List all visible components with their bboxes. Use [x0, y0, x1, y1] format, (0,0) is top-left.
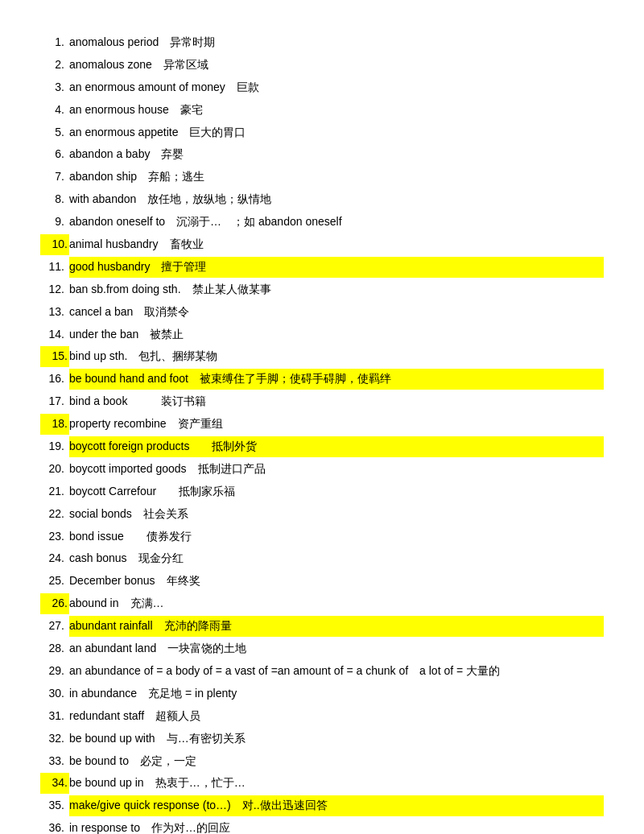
item-number: 9.	[40, 212, 69, 233]
item-number: 21.	[40, 481, 69, 502]
list-item: 16.be bound hand and foot 被束缚住了手脚；使碍手碍脚，…	[40, 369, 604, 390]
list-item: 13.cancel a ban 取消禁令	[40, 302, 604, 323]
item-content: in response to 作为对…的回应	[69, 818, 604, 834]
item-number: 28.	[40, 638, 69, 659]
item-number: 5.	[40, 122, 69, 143]
item-number: 4.	[40, 100, 69, 121]
list-item: 26.abound in 充满…	[40, 593, 604, 614]
list-item: 32.be bound up with 与…有密切关系	[40, 729, 604, 749]
item-number: 2.	[40, 55, 69, 76]
item-number: 3.	[40, 77, 69, 98]
list-item: 7.abandon ship 弃船；逃生	[40, 167, 604, 188]
item-number: 32.	[40, 729, 69, 749]
item-number: 20.	[40, 459, 69, 480]
item-number: 34.	[40, 773, 69, 794]
item-number: 19.	[40, 436, 69, 457]
item-number: 18.	[40, 414, 69, 435]
list-item: 29.an abundance of = a body of = a vast …	[40, 661, 604, 682]
list-item: 8.with abandon 放任地，放纵地；纵情地	[40, 189, 604, 210]
list-item: 27.abundant rainfall 充沛的降雨量	[40, 616, 604, 637]
list-item: 19.boycott foreign products 抵制外货	[40, 436, 604, 457]
item-content: with abandon 放任地，放纵地；纵情地	[69, 189, 604, 210]
item-number: 16.	[40, 369, 69, 390]
item-content: an abundant land 一块富饶的土地	[69, 638, 604, 659]
list-item: 5.an enormous appetite 巨大的胃口	[40, 122, 604, 143]
item-content: boycott Carrefour 抵制家乐福	[69, 481, 604, 502]
item-content: an enormous amount of money 巨款	[69, 77, 604, 98]
item-content: cancel a ban 取消禁令	[69, 302, 604, 323]
item-content: social bonds 社会关系	[69, 504, 604, 525]
list-item: 1.anomalous period 异常时期	[40, 32, 604, 53]
item-content: anomalous period 异常时期	[69, 32, 604, 53]
item-content: be bound up in 热衷于…，忙于…	[69, 773, 604, 794]
item-content: property recombine 资产重组	[69, 414, 604, 435]
item-number: 29.	[40, 661, 69, 682]
item-content: boycott imported goods 抵制进口产品	[69, 459, 604, 480]
list-item: 15.bind up sth. 包扎、捆绑某物	[40, 346, 604, 367]
item-content: an enormous house 豪宅	[69, 100, 604, 121]
item-number: 7.	[40, 167, 69, 188]
item-content: animal husbandry 畜牧业	[69, 234, 604, 255]
list-item: 30.in abundance 充足地 = in plenty	[40, 683, 604, 704]
list-item: 25.December bonus 年终奖	[40, 571, 604, 592]
vocabulary-list: 1.anomalous period 异常时期2.anomalous zone …	[40, 32, 604, 834]
item-content: abundant rainfall 充沛的降雨量	[69, 616, 604, 637]
item-content: in abundance 充足地 = in plenty	[69, 683, 604, 704]
list-item: 36.in response to 作为对…的回应	[40, 818, 604, 834]
list-item: 21.boycott Carrefour 抵制家乐福	[40, 481, 604, 502]
list-item: 34.be bound up in 热衷于…，忙于…	[40, 773, 604, 794]
item-content: under the ban 被禁止	[69, 324, 604, 345]
list-item: 12.ban sb.from doing sth. 禁止某人做某事	[40, 279, 604, 300]
item-number: 33.	[40, 751, 69, 772]
list-item: 4.an enormous house 豪宅	[40, 100, 604, 121]
item-number: 10.	[40, 234, 69, 255]
item-number: 23.	[40, 526, 69, 547]
item-content: cash bonus 现金分红	[69, 548, 604, 569]
item-number: 31.	[40, 706, 69, 727]
list-item: 18.property recombine 资产重组	[40, 414, 604, 435]
list-item: 24.cash bonus 现金分红	[40, 548, 604, 569]
item-content: bind up sth. 包扎、捆绑某物	[69, 346, 604, 367]
item-number: 17.	[40, 391, 69, 412]
list-item: 10.animal husbandry 畜牧业	[40, 234, 604, 255]
item-content: boycott foreign products 抵制外货	[69, 436, 604, 457]
item-content: be bound to 必定，一定	[69, 751, 604, 772]
list-item: 17.bind a book 装订书籍	[40, 391, 604, 412]
item-content: an abundance of = a body of = a vast of …	[69, 661, 604, 682]
list-item: 31.redundant staff 超额人员	[40, 706, 604, 727]
item-number: 12.	[40, 279, 69, 300]
item-number: 22.	[40, 504, 69, 525]
item-content: abandon a baby 弃婴	[69, 144, 604, 165]
list-item: 9.abandon oneself to 沉溺于… ；如 abandon one…	[40, 212, 604, 233]
item-content: ban sb.from doing sth. 禁止某人做某事	[69, 279, 604, 300]
item-content: December bonus 年终奖	[69, 571, 604, 592]
list-item: 14.under the ban 被禁止	[40, 324, 604, 345]
list-item: 28.an abundant land 一块富饶的土地	[40, 638, 604, 659]
item-number: 8.	[40, 189, 69, 210]
item-number: 26.	[40, 593, 69, 614]
item-number: 14.	[40, 324, 69, 345]
item-content: abandon oneself to 沉溺于… ；如 abandon onese…	[69, 212, 604, 233]
list-item: 11.good husbandry 擅于管理	[40, 257, 604, 278]
list-item: 35.make/give quick response (to…) 对..做出迅…	[40, 795, 604, 816]
item-content: be bound hand and foot 被束缚住了手脚；使碍手碍脚，使羁绊	[69, 369, 604, 390]
item-number: 35.	[40, 795, 69, 816]
item-content: anomalous zone 异常区域	[69, 55, 604, 76]
list-item: 2.anomalous zone 异常区域	[40, 55, 604, 76]
item-number: 13.	[40, 302, 69, 323]
list-item: 20.boycott imported goods 抵制进口产品	[40, 459, 604, 480]
item-number: 30.	[40, 683, 69, 704]
list-item: 6.abandon a baby 弃婴	[40, 144, 604, 165]
item-number: 27.	[40, 616, 69, 637]
item-content: redundant staff 超额人员	[69, 706, 604, 727]
item-content: bind a book 装订书籍	[69, 391, 604, 412]
list-item: 33.be bound to 必定，一定	[40, 751, 604, 772]
item-number: 24.	[40, 548, 69, 569]
item-number: 11.	[40, 257, 69, 278]
list-item: 3.an enormous amount of money 巨款	[40, 77, 604, 98]
list-item: 23.bond issue 债券发行	[40, 526, 604, 547]
item-content: be bound up with 与…有密切关系	[69, 729, 604, 749]
item-content: make/give quick response (to…) 对..做出迅速回答	[69, 795, 604, 816]
item-number: 25.	[40, 571, 69, 592]
item-number: 1.	[40, 32, 69, 53]
